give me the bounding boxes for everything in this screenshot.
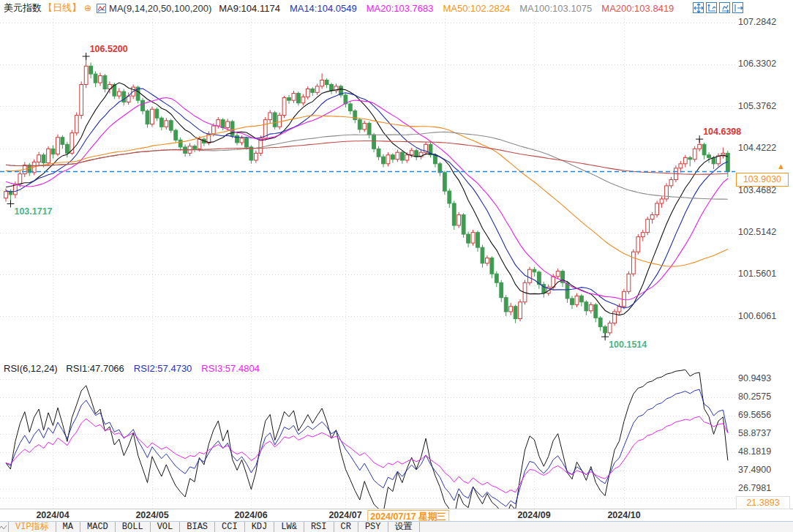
ma-value-label: MA50:102.2824	[443, 3, 510, 14]
ma-value-label: MA100:103.1075	[519, 3, 592, 14]
rsi-axis-label: 80.2575	[738, 391, 771, 402]
price-annotation: 100.1514	[609, 340, 647, 350]
rsi-min-badge: 21.3893	[736, 496, 790, 509]
indicator-tab-VIP指标[interactable]: VIP指标	[9, 522, 56, 532]
rsi-axis-label: 48.1819	[738, 446, 771, 457]
price-annotation: 104.6398	[703, 127, 741, 137]
instrument-title: 美元指数	[4, 1, 42, 15]
rsi-value-label: RSI1:47.7066	[66, 363, 124, 374]
rsi-axis-label: 58.8737	[738, 428, 771, 438]
last-price-badge: 103.9030	[736, 173, 789, 187]
month-label: 2024/09	[517, 510, 550, 520]
month-label: 2024/04	[36, 510, 69, 520]
indicator-tab-MACD[interactable]: MACD	[80, 522, 116, 532]
month-label: 2024/06	[234, 510, 267, 520]
pan-to-latest-icon[interactable]	[732, 2, 743, 13]
rsi-group-label: RSI(6,12,24)	[4, 363, 58, 374]
month-label: 2024/07	[328, 510, 361, 520]
indicator-tab-KDJ[interactable]: KDJ	[245, 522, 275, 532]
ma-value-label: MA9:104.1174	[219, 3, 280, 14]
price-axis-label: 104.4222	[738, 143, 776, 153]
indicator-tab-CR[interactable]: CR	[334, 522, 358, 532]
fit-vertical-axis-icon[interactable]	[706, 2, 717, 13]
crosshair-move-icon[interactable]	[693, 2, 704, 13]
rsi-axis-label: 90.9493	[738, 373, 771, 383]
indicator-tab-设置[interactable]: 设置	[388, 522, 420, 532]
ma-group-label: MA(9,14,20,50,100,200)	[109, 3, 211, 14]
ma-legend: MA9:104.1174MA14:104.0549MA20:103.7683MA…	[219, 3, 683, 14]
indicator-tab-LW&[interactable]: LW&	[274, 522, 304, 532]
rsi-header: RSI(6,12,24) RSI1:47.7066RSI2:57.4730RSI…	[4, 363, 269, 374]
price-axis-label: 106.3302	[738, 59, 776, 69]
indicator-tab-BOLL[interactable]: BOLL	[116, 522, 151, 532]
rsi-value-label: RSI2:57.4730	[134, 363, 192, 374]
indicator-tab-PSY[interactable]: PSY	[358, 522, 388, 532]
price-marker-arrow-icon: ▲	[777, 162, 785, 171]
month-label: 2024/05	[135, 510, 168, 520]
chart-toolbar-icons	[693, 2, 743, 13]
indicator-tab-RSI[interactable]: RSI	[304, 522, 334, 532]
fit-horizontal-axis-icon[interactable]	[719, 2, 730, 13]
indicator-tab-MA[interactable]: MA	[56, 522, 80, 532]
price-chart-canvas[interactable]: 106.5200103.1717104.6398100.1514	[0, 0, 793, 532]
ma-value-label: MA14:104.0549	[290, 3, 357, 14]
chart-header-bar: 美元指数 【日线】 ⊕ MA(9,14,20,50,100,200) MA9:1…	[0, 0, 793, 16]
price-axis-label: 100.6061	[738, 311, 776, 321]
indicator-toolbar: VIP指标MAMACDBOLLVOLBIASCCIKDJLW&RSICRPSY设…	[0, 521, 793, 532]
add-indicator-icon[interactable]: ⊕	[84, 3, 91, 13]
price-axis-label: 105.3762	[738, 101, 776, 111]
indicator-tab-BIAS[interactable]: BIAS	[180, 522, 215, 532]
clipped-edge-icon	[0, 522, 9, 532]
rsi-axis-label: 69.5656	[738, 410, 771, 420]
ma-value-label: MA200:103.8419	[601, 3, 674, 14]
period-label[interactable]: 【日线】	[43, 1, 81, 15]
rsi-legend: RSI1:47.7066RSI2:57.4730RSI3:57.4804	[66, 363, 269, 374]
price-axis-label: 102.5142	[738, 227, 776, 237]
rsi-axis-label: 37.4900	[738, 465, 771, 475]
ma-value-label: MA20:103.7683	[367, 3, 434, 14]
rsi-value-label: RSI3:57.4804	[201, 363, 260, 374]
price-annotation: 103.1717	[14, 206, 52, 217]
month-label: 2024/10	[607, 510, 640, 520]
indicator-tab-VOL[interactable]: VOL	[151, 522, 181, 532]
price-axis-label: 101.5601	[738, 269, 776, 279]
rsi-axis-label: 26.7981	[738, 483, 771, 493]
time-axis: 2024/042024/052024/062024/072024/07/17 星…	[0, 509, 793, 521]
indicator-tab-CCI[interactable]: CCI	[215, 522, 245, 532]
price-axis-label: 107.2842	[738, 17, 776, 27]
price-annotation: 106.5200	[90, 44, 128, 54]
chart-type-icon[interactable]	[97, 4, 106, 13]
